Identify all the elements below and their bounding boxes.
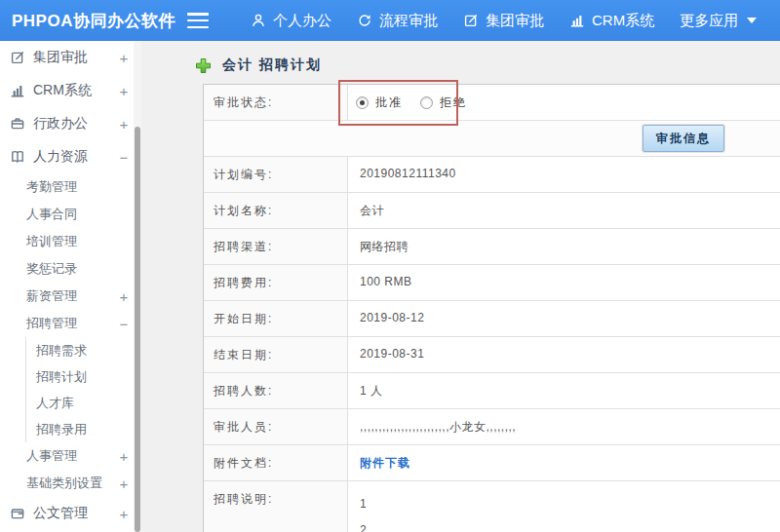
sidebar-item-6[interactable]: 人事合同 (0, 201, 134, 228)
sidebar-item-12[interactable]: 招聘计划 (25, 363, 134, 390)
sidebar-item-15[interactable]: 人事管理+ (0, 442, 134, 470)
sidebar-item-14[interactable]: 招聘录用 (25, 416, 134, 442)
sidebar-item-label: 招聘需求 (36, 342, 114, 360)
sidebar-item-label: 人事合同 (26, 206, 114, 223)
sidebar-item-label: 招聘录用 (36, 421, 114, 438)
form-row-value: 2019-08-31 (348, 337, 780, 372)
topnav-item-3[interactable]: 集团审批 (450, 0, 557, 41)
sidebar-item-label: 公文管理 (33, 505, 114, 522)
topnav-item-4[interactable]: CRM系统 (557, 0, 667, 41)
sidebar-item-label: 培训管理 (26, 233, 114, 250)
form-row-label: 招聘人数: (204, 373, 348, 408)
expand-icon[interactable]: + (114, 288, 134, 305)
sidebar-item-label: 人力资源 (33, 148, 114, 166)
sidebar-item-label: 招聘管理 (26, 315, 114, 332)
form-row-approve-button: 审批信息 (204, 121, 780, 157)
form-row-label: 计划编号: (204, 157, 348, 192)
expand-icon[interactable]: + (114, 448, 134, 465)
form-row-text: 开始日期:2019-08-12 (204, 301, 780, 337)
expand-icon[interactable]: + (114, 506, 134, 522)
edit-icon (463, 13, 479, 28)
sidebar-item-label: 集团审批 (33, 49, 114, 66)
form-row-value: 1 人 (348, 373, 780, 408)
sidebar-item-4[interactable]: 人力资源− (0, 140, 134, 173)
sidebar-item-label: 行政办公 (33, 115, 114, 133)
topnav-label: 集团审批 (486, 12, 544, 30)
top-navigation: 个人办公流程审批集团审批CRM系统更多应用 (238, 0, 769, 41)
form-row-value: 网络招聘 (348, 229, 780, 264)
sidebar-item-label: 人事管理 (26, 447, 114, 465)
book-icon (10, 149, 25, 165)
sidebar-item-5[interactable]: 考勤管理 (0, 173, 134, 201)
radio-option-label[interactable]: 拒绝 (440, 95, 467, 111)
sidebar-item-label: 基础类别设置 (26, 475, 114, 492)
wallet-icon (10, 506, 25, 521)
sidebar-item-10[interactable]: 招聘管理− (0, 310, 134, 337)
edit-icon (10, 50, 25, 65)
form-row-text: 审批人员:,,,,,,,,,,,,,,,,,,,,,,,,小龙女,,,,,,,, (204, 409, 780, 445)
topnav-item-2[interactable]: 流程审批 (344, 0, 450, 41)
app-title: PHPOA协同办公软件 (0, 10, 187, 32)
briefcase-icon (10, 116, 25, 132)
sidebar-item-3[interactable]: 行政办公+ (0, 107, 134, 140)
sidebar-item-2[interactable]: CRM系统+ (0, 74, 134, 107)
radio-checked[interactable] (356, 96, 369, 109)
sidebar-item-16[interactable]: 基础类别设置+ (0, 470, 134, 497)
scrollbar-thumb[interactable] (135, 127, 140, 532)
approval-status-options: 批准拒绝 (348, 85, 780, 120)
sidebar-item-label: 考勤管理 (26, 178, 114, 196)
topnav-item-5[interactable]: 更多应用 (667, 0, 769, 41)
form-row-value: 20190812111340 (348, 157, 780, 192)
sidebar-item-label: 薪资管理 (26, 287, 114, 305)
add-icon[interactable] (195, 57, 212, 74)
radio-unchecked[interactable] (420, 96, 433, 109)
sidebar-item-label: 人才库 (36, 395, 114, 412)
topnav-label: 流程审批 (379, 12, 438, 30)
description-line: 2 (360, 517, 772, 532)
topbar: PHPOA协同办公软件 个人办公流程审批集团审批CRM系统更多应用 (0, 0, 780, 41)
form-row-value: 12 (348, 481, 780, 532)
sidebar-scrollbar[interactable] (134, 41, 141, 532)
sidebar-item-13[interactable]: 人才库 (25, 390, 134, 416)
sidebar-item-9[interactable]: 薪资管理+ (0, 283, 134, 310)
attachment-download-link[interactable]: 附件下载 (360, 456, 410, 470)
sidebar-item-17[interactable]: 公文管理+ (0, 497, 134, 530)
menu-toggle-icon[interactable] (187, 13, 209, 28)
sidebar-item-8[interactable]: 奖惩记录 (0, 255, 134, 283)
form-row-text: 计划编号:20190812111340 (204, 157, 780, 193)
form-row-label: 附件文档: (204, 445, 348, 480)
form-row-text: 招聘人数:1 人 (204, 373, 780, 409)
page-title: 会计 招聘计划 (222, 57, 322, 74)
form-row-label: 计划名称: (204, 193, 348, 228)
form-row-text: 计划名称:会计 (204, 193, 780, 229)
expand-icon[interactable]: + (114, 83, 134, 99)
expand-icon[interactable]: + (114, 475, 134, 492)
expand-icon[interactable]: + (114, 116, 134, 133)
form-row-label: 结束日期: (204, 337, 348, 372)
sidebar-item-11[interactable]: 招聘需求 (25, 337, 134, 363)
sidebar: 集团审批+CRM系统+行政办公+人力资源−考勤管理人事合同培训管理奖惩记录薪资管… (0, 41, 141, 532)
collapse-icon[interactable]: − (114, 316, 134, 332)
bar-chart-icon (10, 83, 25, 98)
form-row-value: 2019-08-12 (348, 301, 780, 336)
sidebar-item-1[interactable]: 集团审批+ (0, 41, 134, 74)
approval-info-button[interactable]: 审批信息 (643, 125, 724, 152)
form-row-value: 附件下载 (348, 445, 780, 480)
topnav-label: 更多应用 (680, 12, 738, 30)
form-row-text: 结束日期:2019-08-31 (204, 337, 780, 373)
sidebar-item-7[interactable]: 培训管理 (0, 228, 134, 255)
form-row-label: 审批状态: (204, 85, 348, 120)
cycle-icon (357, 13, 372, 28)
description-line: 1 (360, 491, 772, 517)
radio-dot (360, 100, 365, 105)
collapse-icon[interactable]: − (114, 149, 134, 166)
topnav-item-1[interactable]: 个人办公 (238, 0, 344, 41)
form-row-link: 附件文档:附件下载 (204, 445, 780, 481)
radio-option-label[interactable]: 批准 (375, 95, 403, 111)
chevron-down-icon (747, 18, 757, 23)
form-row-multiline: 招聘说明:12 (204, 481, 780, 532)
sidebar-item-label: CRM系统 (33, 82, 114, 99)
bar-chart-icon (569, 13, 585, 28)
form-row-label: 审批人员: (204, 409, 348, 444)
expand-icon[interactable]: + (114, 50, 134, 66)
